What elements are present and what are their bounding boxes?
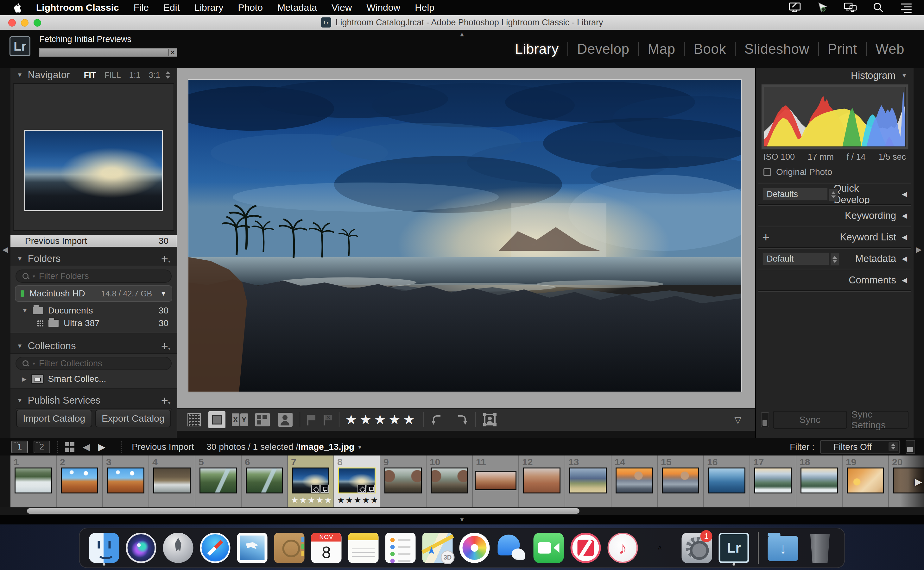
rotate-right-icon[interactable] bbox=[452, 411, 469, 428]
panel-collapse-top-icon[interactable]: ▲ bbox=[459, 31, 465, 38]
filter-stepper-icon[interactable] bbox=[889, 442, 898, 451]
keyword-list-header[interactable]: + Keyword List ◀ bbox=[756, 228, 913, 246]
navigator-header[interactable]: ▼ Navigator FITFILL1:13:1 bbox=[11, 68, 177, 82]
expand-panel-icon[interactable]: ◀ bbox=[902, 276, 907, 284]
dock-trash-icon[interactable] bbox=[804, 530, 836, 565]
sync-toggle-icon[interactable] bbox=[761, 412, 769, 428]
histogram-header[interactable]: Histogram ▼ bbox=[756, 68, 913, 83]
filmstrip-cell-1[interactable]: 1 bbox=[11, 455, 57, 507]
filmstrip-cell-2[interactable]: 2 bbox=[57, 455, 103, 507]
crop-badge-icon[interactable] bbox=[367, 484, 375, 493]
people-view-icon[interactable] bbox=[277, 411, 294, 428]
comments-header[interactable]: Comments ◀ bbox=[756, 271, 913, 289]
filmstrip-scroll-right-icon[interactable]: ▶ bbox=[915, 476, 922, 487]
photo-thumbnail[interactable] bbox=[107, 467, 145, 493]
dock-notes-icon[interactable] bbox=[347, 530, 380, 565]
dock-photos-icon[interactable] bbox=[458, 530, 491, 565]
filmstrip-cell-12[interactable]: 12 bbox=[519, 455, 565, 507]
menu-app-name[interactable]: Lightroom Classic bbox=[36, 2, 119, 13]
filmstrip-source[interactable]: Previous Import bbox=[132, 442, 194, 452]
disclosure-triangle-icon[interactable]: ▼ bbox=[17, 72, 23, 78]
grid-view-shortcut-icon[interactable] bbox=[65, 442, 74, 452]
sync-settings-button[interactable]: Sync Settings bbox=[851, 411, 909, 429]
thumbnail-star-rating[interactable]: ★★★★★ bbox=[291, 495, 333, 505]
filter-preset-select[interactable]: Filters Off bbox=[820, 440, 900, 454]
disclosure-triangle-icon[interactable]: ▼ bbox=[17, 343, 23, 349]
dock-finder-icon[interactable] bbox=[88, 530, 120, 565]
add-keyword-button[interactable]: + bbox=[762, 230, 769, 245]
volume-row-macintosh-hd[interactable]: Macintosh HD 14.8 / 42.7 GB ▼ bbox=[15, 285, 172, 302]
navigator-preview[interactable] bbox=[25, 130, 163, 211]
photo-thumbnail[interactable] bbox=[754, 467, 792, 493]
filmstrip-cell-3[interactable]: 3 bbox=[103, 455, 149, 507]
go-forward-icon[interactable]: ▶ bbox=[98, 441, 105, 452]
left-panel-rail[interactable]: ◀ bbox=[0, 68, 11, 438]
flag-pick-icon[interactable] bbox=[306, 414, 317, 426]
scrollbar-thumb[interactable] bbox=[27, 508, 580, 514]
loupe-view-icon[interactable] bbox=[208, 411, 226, 428]
star-rating-control[interactable]: ★★★★★ bbox=[345, 413, 417, 426]
photo-thumbnail[interactable] bbox=[662, 467, 699, 493]
photo-thumbnail[interactable] bbox=[200, 467, 237, 493]
dock-calendar-icon[interactable]: NOV8 bbox=[310, 530, 343, 565]
search-scope-caret-icon[interactable]: ▾ bbox=[32, 361, 35, 366]
volume-disclosure-icon[interactable]: ▼ bbox=[160, 290, 166, 297]
dock-siri-icon[interactable] bbox=[125, 530, 157, 565]
menu-list-icon[interactable] bbox=[900, 2, 913, 13]
search-scope-caret-icon[interactable]: ▾ bbox=[32, 273, 35, 279]
dock-safari-icon[interactable] bbox=[199, 530, 232, 565]
original-photo-checkbox[interactable] bbox=[763, 168, 771, 176]
filmstrip-cell-7[interactable]: 7★★★★★ bbox=[288, 455, 334, 507]
spotlight-search-icon[interactable] bbox=[872, 2, 885, 13]
sync-button[interactable]: Sync bbox=[773, 411, 847, 429]
filmstrip-cell-15[interactable]: 15 bbox=[658, 455, 704, 507]
survey-view-icon[interactable] bbox=[254, 411, 271, 428]
module-slideshow[interactable]: Slideshow bbox=[736, 41, 818, 57]
menu-photo[interactable]: Photo bbox=[238, 2, 263, 13]
thumbnail-star-rating[interactable]: ★★★★★ bbox=[337, 495, 379, 505]
module-print[interactable]: Print bbox=[819, 41, 866, 57]
filmstrip-cell-9[interactable]: 9 bbox=[380, 455, 427, 507]
add-folder-button[interactable]: +▾ bbox=[161, 253, 171, 265]
photo-thumbnail[interactable] bbox=[847, 467, 884, 493]
photo-thumbnail[interactable] bbox=[801, 467, 838, 493]
photo-thumbnail[interactable] bbox=[569, 467, 607, 493]
dock-lightroom-icon[interactable]: Lr bbox=[718, 530, 750, 565]
main-window-button[interactable]: 1 bbox=[11, 441, 28, 453]
disclosure-triangle-icon[interactable]: ▼ bbox=[17, 255, 23, 262]
window-title-bar[interactable]: Lr Lightroom Catalog.lrcat - Adobe Photo… bbox=[0, 15, 924, 30]
thumbnail-badges[interactable] bbox=[358, 484, 375, 493]
menu-metadata[interactable]: Metadata bbox=[277, 2, 317, 13]
filmstrip-cell-17[interactable]: 17 bbox=[750, 455, 796, 507]
expand-panel-icon[interactable]: ◀ bbox=[902, 190, 907, 198]
dock-app-store-icon[interactable]: A bbox=[644, 530, 676, 565]
filename-caret-icon[interactable]: ▾ bbox=[358, 443, 361, 451]
photo-thumbnail[interactable] bbox=[384, 467, 422, 493]
filmstrip-cell-8[interactable]: 8★★★★★ bbox=[334, 455, 380, 507]
dock-contacts-icon[interactable] bbox=[273, 530, 306, 565]
navigator-zoom-3:1[interactable]: 3:1 bbox=[149, 70, 160, 80]
screen-sharing-icon[interactable] bbox=[844, 2, 857, 13]
go-back-icon[interactable]: ◀ bbox=[83, 441, 90, 452]
module-library[interactable]: Library bbox=[506, 41, 567, 57]
compare-view-icon[interactable]: XY bbox=[231, 411, 248, 428]
right-panel-rail[interactable]: ▶ bbox=[913, 68, 924, 438]
filmstrip-scrollbar[interactable] bbox=[0, 507, 924, 515]
collapse-left-panel-icon[interactable]: ◀ bbox=[2, 245, 8, 254]
menu-library[interactable]: Library bbox=[194, 2, 224, 13]
menu-edit[interactable]: Edit bbox=[163, 2, 180, 13]
photo-thumbnail[interactable] bbox=[430, 467, 468, 493]
preset-stepper-icon[interactable] bbox=[829, 188, 838, 201]
expand-panel-icon[interactable]: ◀ bbox=[902, 233, 907, 241]
quick-develop-header[interactable]: Defaults Quick Develop ◀ bbox=[756, 185, 913, 203]
collapse-filmstrip-icon[interactable]: ▼ bbox=[459, 516, 465, 523]
photo-thumbnail[interactable] bbox=[246, 467, 283, 493]
export-catalog-button[interactable]: Export Catalog bbox=[95, 410, 171, 428]
zoom-stepper-icon[interactable] bbox=[165, 71, 171, 79]
photo-thumbnail[interactable] bbox=[153, 467, 191, 493]
photo-thumbnail[interactable] bbox=[708, 467, 746, 493]
apple-menu-icon[interactable] bbox=[13, 2, 23, 13]
disclosure-triangle-icon[interactable]: ▼ bbox=[901, 72, 907, 79]
filmstrip-cell-18[interactable]: 18 bbox=[796, 455, 843, 507]
filmstrip-cell-4[interactable]: 4 bbox=[149, 455, 195, 507]
